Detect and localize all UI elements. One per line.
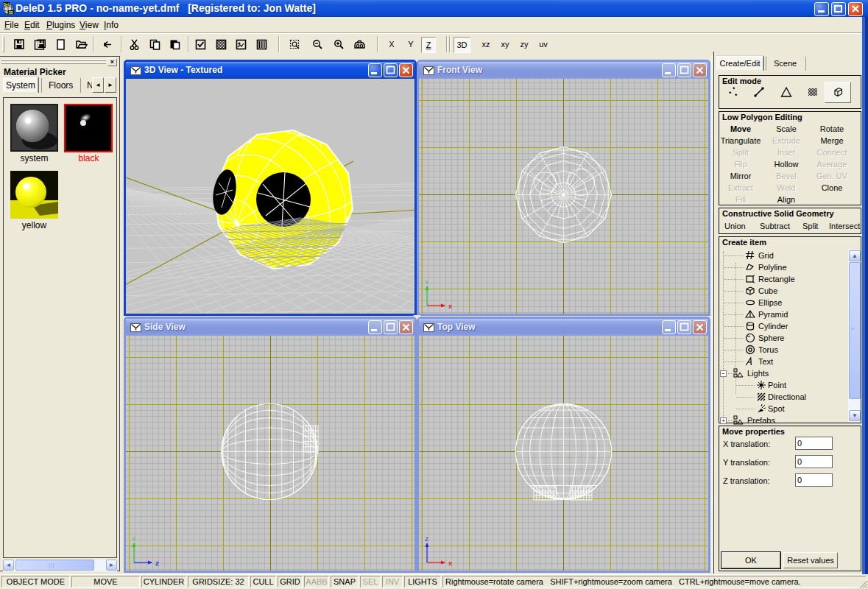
svg-text:X: X <box>448 303 453 310</box>
svg-text:Y: Y <box>425 279 429 286</box>
svg-text:3D: 3D <box>9 10 14 15</box>
svg-text:Z: Z <box>155 560 159 567</box>
svg-text:Del: Del <box>4 2 10 7</box>
svg-text:Y: Y <box>132 536 136 543</box>
svg-text:Z: Z <box>425 536 428 543</box>
svg-text:X: X <box>448 560 453 567</box>
